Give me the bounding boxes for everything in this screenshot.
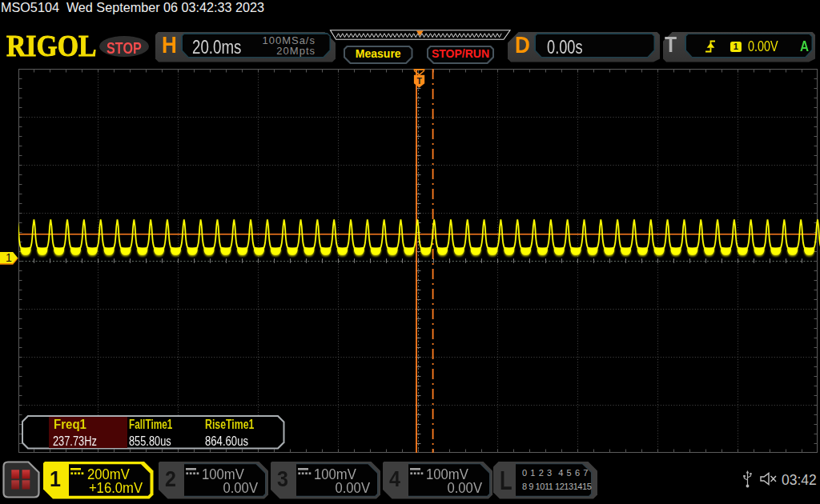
svg-text:1: 1: [6, 251, 12, 264]
svg-text:T: T: [416, 76, 422, 86]
